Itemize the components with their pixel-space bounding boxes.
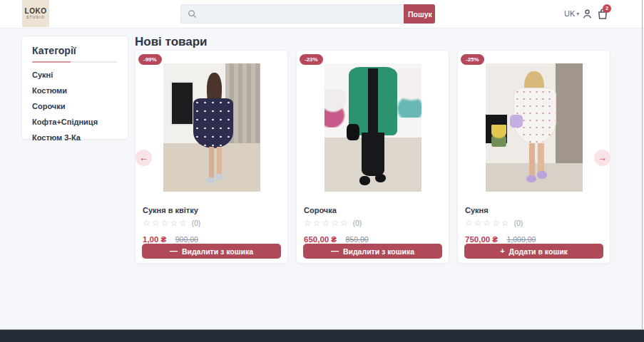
add-to-cart-button[interactable]: + Додати в кошик (464, 244, 603, 259)
photo-decor (375, 174, 386, 183)
language-selector[interactable]: UK ▾ (564, 9, 579, 18)
product-card: -25% Сукня ☆☆☆☆☆ (0) 750,00 ₴ 1,000,00 + (457, 50, 610, 264)
product-rating: ☆☆☆☆☆ (0) (304, 219, 441, 227)
star-rating-icons: ☆☆☆☆☆ (465, 219, 511, 227)
search-box (180, 4, 404, 24)
discount-badge: -23% (300, 54, 323, 65)
photo-decor (209, 147, 214, 179)
rating-count: (0) (514, 219, 523, 227)
account-button[interactable] (581, 8, 593, 20)
old-price: 900,00 (175, 235, 198, 244)
plus-icon: + (500, 247, 504, 255)
shopping-bag-icon (596, 8, 609, 21)
page-title: Нові товари (135, 35, 208, 49)
search-bar: Пошук (180, 4, 435, 24)
footer-bar (0, 329, 644, 342)
product-rating: ☆☆☆☆☆ (0) (143, 219, 280, 227)
search-button[interactable]: Пошук (404, 4, 435, 24)
arrow-left-icon: ← (139, 152, 148, 163)
photo-decor (193, 98, 233, 148)
photo-decor (537, 171, 547, 179)
photo-decor (538, 143, 543, 172)
storefront-page: LOKO STUDIO Пошук UK ▾ (0, 0, 644, 342)
photo-decor (510, 115, 523, 128)
current-price: 650,00 ₴ (304, 235, 337, 244)
product-info: Сукня в квітку ☆☆☆☆☆ (0) 1,00 ₴ 900,00 (143, 206, 280, 245)
photo-decor (362, 133, 385, 176)
cart-button[interactable] (596, 8, 609, 21)
carousel-prev-button[interactable]: ← (136, 150, 152, 166)
photo-decor (215, 174, 223, 180)
product-name[interactable]: Сорочка (304, 206, 441, 214)
carousel-next-button[interactable]: → (594, 150, 610, 166)
arrow-right-icon: → (598, 152, 607, 163)
old-price: 1,000,00 (507, 235, 536, 244)
product-card: -23% Сорочка ☆☆☆☆☆ (0) 650,00 ₴ 850,00 — (296, 50, 449, 264)
photo-decor (347, 124, 359, 140)
user-icon (581, 8, 593, 20)
language-label: UK (564, 9, 575, 18)
logo[interactable]: LOKO STUDIO (22, 0, 49, 27)
product-card: -99% Сукня в квітку ☆☆☆☆☆ (0) 1,00 ₴ 900… (135, 50, 288, 264)
categories-title: Категорії (32, 45, 118, 56)
photo-decor (217, 147, 222, 175)
photo-decor (394, 68, 421, 117)
product-info: Сорочка ☆☆☆☆☆ (0) 650,00 ₴ 850,00 (304, 206, 441, 245)
search-input[interactable] (180, 4, 404, 24)
photo-decor (368, 68, 378, 134)
categories-panel: Категорії Сукні Костюми Сорочки Кофта+Сп… (21, 36, 128, 140)
button-label: Додати в кошик (509, 247, 568, 256)
remove-from-cart-button[interactable]: — Видалити з кошика (303, 244, 442, 259)
photo-decor (324, 89, 347, 128)
header: LOKO STUDIO Пошук UK ▾ (0, 0, 644, 28)
remove-from-cart-button[interactable]: — Видалити з кошика (142, 244, 281, 259)
sidebar-item-top-skirt[interactable]: Кофта+Спідниця (32, 114, 118, 130)
logo-subtitle: STUDIO (26, 15, 45, 19)
product-rating: ☆☆☆☆☆ (0) (465, 219, 603, 227)
photo-decor (526, 175, 536, 183)
window-edge (642, 0, 643, 330)
categories-list: Сукні Костюми Сорочки Кофта+Спідниця Кос… (32, 67, 118, 145)
categories-divider (32, 61, 118, 63)
current-price: 1,00 ₴ (143, 235, 166, 244)
photo-decor (170, 81, 195, 125)
photo-decor (491, 125, 506, 147)
sidebar-item-suit-3[interactable]: Костюм 3-Ка (32, 130, 118, 145)
button-label: Видалити з кошика (343, 247, 414, 256)
product-name[interactable]: Сукня (465, 206, 603, 214)
product-photo[interactable] (486, 63, 583, 192)
sidebar-item-shirts[interactable]: Сорочки (32, 98, 118, 114)
chevron-down-icon: ▾ (576, 11, 579, 17)
minus-icon: — (170, 247, 178, 255)
rating-count: (0) (192, 219, 200, 227)
rating-count: (0) (353, 219, 362, 227)
star-rating-icons: ☆☆☆☆☆ (304, 219, 349, 227)
sidebar-item-suits[interactable]: Костюми (32, 83, 118, 98)
sidebar-item-dresses[interactable]: Сукні (32, 67, 118, 83)
photo-decor (207, 177, 215, 184)
product-photo[interactable] (163, 63, 260, 192)
star-rating-icons: ☆☆☆☆☆ (143, 219, 188, 227)
product-photo[interactable] (324, 63, 421, 192)
discount-badge: -25% (461, 54, 484, 65)
product-name[interactable]: Сукня в квітку (143, 206, 280, 214)
logo-title: LOKO (25, 8, 47, 15)
discount-badge: -99% (138, 54, 162, 65)
photo-decor (359, 176, 370, 185)
minus-icon: — (331, 247, 339, 255)
photo-decor (529, 143, 535, 177)
product-info: Сукня ☆☆☆☆☆ (0) 750,00 ₴ 1,000,00 (465, 206, 603, 245)
old-price: 850,00 (346, 235, 369, 244)
button-label: Видалити з кошика (182, 247, 253, 256)
current-price: 750,00 ₴ (465, 235, 498, 244)
